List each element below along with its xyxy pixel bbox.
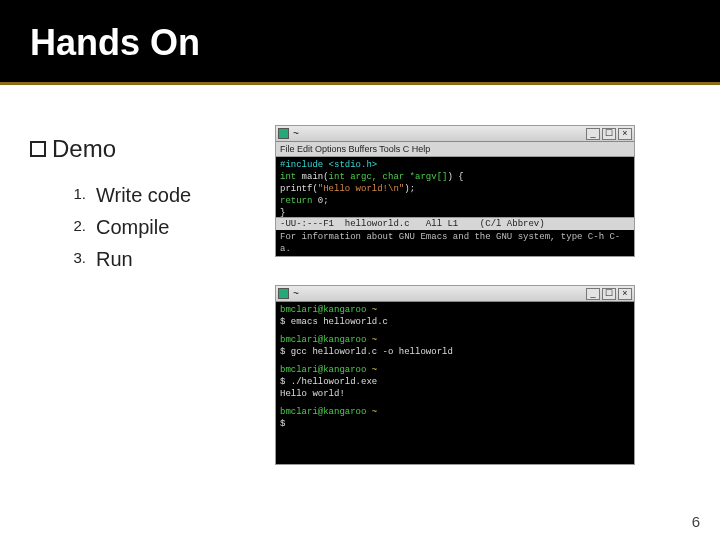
terminal-window: ~ _ ☐ × bmclari@kangaroo ~ $ emacs hello… (275, 285, 635, 465)
terminal-output: Hello world! (280, 388, 630, 400)
square-bullet-icon (30, 141, 46, 157)
window-titlebar: ~ _ ☐ × (276, 126, 634, 142)
app-icon (278, 288, 289, 299)
code-text: ) { (447, 172, 463, 182)
prompt-path: ~ (366, 335, 377, 345)
prompt-user: bmclari@kangaroo (280, 305, 366, 315)
code-line: printf("Hello world!\n"); (280, 183, 630, 195)
terminal-line: bmclari@kangaroo ~ (280, 406, 630, 418)
editor-window: ~ _ ☐ × File Edit Options Buffers Tools … (275, 125, 635, 257)
editor-echo-area: For information about GNU Emacs and the … (276, 230, 634, 256)
close-button[interactable]: × (618, 288, 632, 300)
editor-modeline: -UU-:---F1 helloworld.c All L1 (C/l Abbr… (276, 217, 634, 230)
page-title: Hands On (30, 22, 720, 64)
terminal-line: bmclari@kangaroo ~ (280, 334, 630, 346)
terminal-line: bmclari@kangaroo ~ (280, 364, 630, 376)
list-text: Write code (96, 179, 191, 211)
prompt-path: ~ (366, 365, 377, 375)
app-icon (278, 128, 289, 139)
minimize-button[interactable]: _ (586, 288, 600, 300)
prompt-path: ~ (366, 305, 377, 315)
terminal-line: bmclari@kangaroo ~ (280, 304, 630, 316)
code-text: main( (296, 172, 328, 182)
prompt-user: bmclari@kangaroo (280, 365, 366, 375)
bullet-list: Demo 1. Write code 2. Compile 3. Run (30, 135, 191, 275)
close-button[interactable]: × (618, 128, 632, 140)
list-text: Run (96, 243, 133, 275)
terminal-area[interactable]: bmclari@kangaroo ~ $ emacs helloworld.c … (276, 302, 634, 442)
list-number: 2. (64, 211, 86, 243)
list-text: Compile (96, 211, 169, 243)
code-args: int argc, char *argv[] (329, 172, 448, 182)
code-text: printf( (280, 184, 318, 194)
prompt-path: ~ (366, 407, 377, 417)
code-keyword: int (280, 172, 296, 182)
maximize-button[interactable]: ☐ (602, 128, 616, 140)
minimize-button[interactable]: _ (586, 128, 600, 140)
prompt-user: bmclari@kangaroo (280, 335, 366, 345)
editor-menubar[interactable]: File Edit Options Buffers Tools C Help (276, 142, 634, 157)
terminal-line: $ ./helloworld.exe (280, 376, 630, 388)
list-number: 3. (64, 243, 86, 275)
code-line: #include <stdio.h> (280, 159, 630, 171)
window-title: ~ (293, 128, 586, 140)
list-item: 3. Run (64, 243, 191, 275)
code-text: 0; (312, 196, 328, 206)
maximize-button[interactable]: ☐ (602, 288, 616, 300)
terminal-line: $ (280, 418, 630, 430)
list-item: 1. Write code (64, 179, 191, 211)
code-text: ); (404, 184, 415, 194)
code-keyword: return (280, 196, 312, 206)
list-number: 1. (64, 179, 86, 211)
demo-label: Demo (52, 135, 116, 163)
terminal-line: $ gcc helloworld.c -o helloworld (280, 346, 630, 358)
code-string: "Hello world!\n" (318, 184, 404, 194)
window-titlebar: ~ _ ☐ × (276, 286, 634, 302)
list-item: 2. Compile (64, 211, 191, 243)
page-number: 6 (692, 513, 700, 530)
prompt-user: bmclari@kangaroo (280, 407, 366, 417)
code-line: return 0; (280, 195, 630, 207)
editor-code-area[interactable]: #include <stdio.h> int main(int argc, ch… (276, 157, 634, 217)
window-title: ~ (293, 288, 586, 300)
slide-body: Demo 1. Write code 2. Compile 3. Run ~ _… (0, 85, 720, 540)
terminal-line: $ emacs helloworld.c (280, 316, 630, 328)
code-line: int main(int argc, char *argv[]) { (280, 171, 630, 183)
